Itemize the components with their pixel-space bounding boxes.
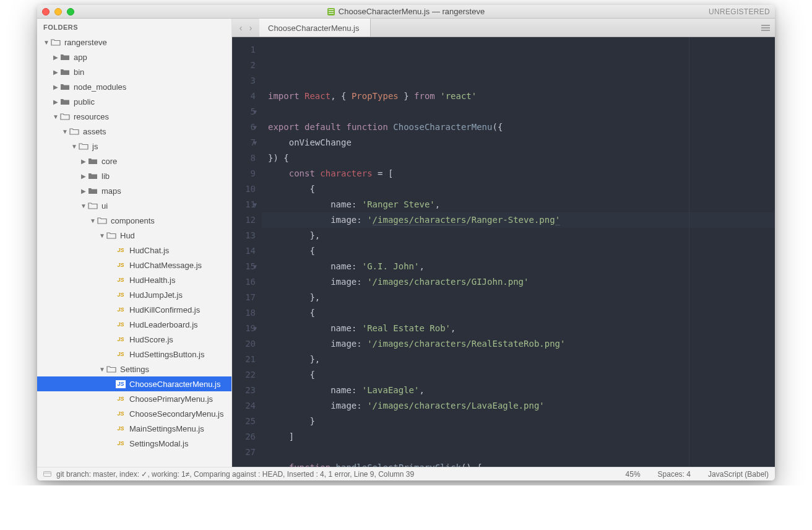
fold-arrow-icon[interactable]: ▼ (253, 135, 257, 150)
tab-back-button[interactable]: ‹ (237, 23, 244, 33)
fold-arrow-icon[interactable]: ▼ (253, 321, 257, 336)
fold-arrow-icon[interactable]: ▼ (253, 119, 257, 135)
line-number[interactable]: 2 (232, 58, 256, 73)
code-line[interactable]: name: 'G.I. John', (268, 259, 769, 274)
line-number[interactable]: 17 (232, 290, 256, 305)
folder-row[interactable]: ▶node_modules (37, 79, 231, 94)
line-number[interactable]: 24 (232, 398, 256, 414)
line-number[interactable]: 25 (232, 414, 256, 429)
disclosure-arrow-icon[interactable]: ▶ (79, 158, 88, 165)
code-line[interactable]: export default function ChooseCharacterM… (268, 119, 769, 135)
code-line[interactable]: }, (268, 290, 769, 305)
line-number[interactable]: 16 (232, 274, 256, 290)
line-number[interactable]: 19▼ (232, 321, 256, 336)
file-row[interactable]: JSHudSettingsButton.js (37, 347, 231, 362)
code-line[interactable]: }, (268, 228, 769, 243)
line-number[interactable]: 23 (232, 383, 256, 398)
disclosure-arrow-icon[interactable]: ▼ (42, 39, 51, 46)
line-number[interactable]: 13 (232, 228, 256, 243)
code-line[interactable]: name: 'Ranger Steve', (268, 197, 769, 212)
titlebar[interactable]: ChooseCharacterMenu.js — rangersteve UNR… (37, 5, 775, 19)
sidebar[interactable]: FOLDERS ▼rangersteve▶app▶bin▶node_module… (37, 19, 232, 467)
file-row[interactable]: JSHudHealth.js (37, 272, 231, 287)
code-line[interactable]: image: '/images/characters/Ranger-Steve.… (262, 212, 775, 228)
line-number[interactable]: 27 (232, 445, 256, 460)
file-row[interactable]: JSHudKillConfirmed.js (37, 302, 231, 317)
line-number[interactable]: 22 (232, 367, 256, 383)
file-row[interactable]: JSSettingsModal.js (37, 436, 231, 451)
disclosure-arrow-icon[interactable]: ▶ (51, 54, 60, 61)
code-line[interactable]: const characters = [ (268, 166, 769, 181)
line-number[interactable]: 20 (232, 336, 256, 352)
code-line[interactable]: { (268, 367, 769, 383)
line-number[interactable]: 10 (232, 181, 256, 197)
code-line[interactable]: image: '/images/characters/LavaEagle.png… (268, 398, 769, 414)
file-row[interactable]: JSHudChat.js (37, 243, 231, 258)
folder-row[interactable]: ▼Settings (37, 362, 231, 376)
folder-row[interactable]: ▶maps (37, 183, 231, 198)
folder-row[interactable]: ▼rangersteve (37, 35, 231, 50)
file-row[interactable]: JSHudScore.js (37, 332, 231, 347)
folder-row[interactable]: ▶core (37, 154, 231, 168)
line-number[interactable]: 11▼ (232, 197, 256, 212)
file-row[interactable]: JSChooseSecondaryMenu.js (37, 406, 231, 421)
file-row[interactable]: JSHudJumpJet.js (37, 287, 231, 302)
code-line[interactable]: name: 'LavaEagle', (268, 383, 769, 398)
line-number[interactable]: 1 (232, 42, 256, 58)
line-number[interactable]: 9 (232, 166, 256, 181)
line-number[interactable]: 3 (232, 73, 256, 89)
code-line[interactable]: name: 'Real Estate Rob', (268, 321, 769, 336)
status-spaces[interactable]: Spaces: 4 (658, 470, 691, 479)
status-percent[interactable]: 45% (626, 470, 641, 479)
line-number[interactable]: 18 (232, 305, 256, 321)
disclosure-arrow-icon[interactable]: ▶ (79, 188, 88, 194)
code-line[interactable] (268, 104, 769, 119)
line-number[interactable]: 6▼ (232, 119, 256, 135)
tab-active[interactable]: ChooseCharacterMenu.js (259, 19, 371, 37)
tab-forward-button[interactable]: › (247, 23, 254, 33)
disclosure-arrow-icon[interactable]: ▼ (51, 113, 60, 120)
zoom-window-button[interactable] (67, 8, 74, 15)
disclosure-arrow-icon[interactable]: ▼ (98, 232, 106, 239)
disclosure-arrow-icon[interactable]: ▶ (51, 84, 60, 90)
code-line[interactable]: ] (268, 429, 769, 445)
line-number[interactable]: 4 (232, 89, 256, 104)
close-window-button[interactable] (42, 8, 50, 15)
disclosure-arrow-icon[interactable]: ▶ (51, 69, 60, 76)
disclosure-arrow-icon[interactable]: ▼ (61, 128, 69, 135)
folder-row[interactable]: ▼ui (37, 198, 231, 213)
code-content[interactable]: import React, { PropTypes } from 'react'… (262, 37, 775, 467)
folder-row[interactable]: ▼components (37, 213, 231, 228)
folder-row[interactable]: ▼Hud (37, 228, 231, 243)
line-number[interactable]: 8 (232, 150, 256, 166)
folder-row[interactable]: ▼js (37, 139, 231, 154)
code-line[interactable]: image: '/images/characters/RealEstateRob… (268, 336, 769, 352)
line-number[interactable]: 12 (232, 212, 256, 228)
fold-arrow-icon[interactable]: ▼ (253, 259, 257, 274)
folder-row[interactable]: ▶app (37, 50, 231, 64)
code-line[interactable]: }, (268, 352, 769, 367)
line-number[interactable]: 21 (232, 352, 256, 367)
line-number[interactable]: 26 (232, 429, 256, 445)
code-line[interactable]: { (268, 181, 769, 197)
code-line[interactable]: function handleSelectPrimaryClick() { (268, 460, 769, 467)
file-row[interactable]: JSHudChatMessage.js (37, 258, 231, 272)
code-line[interactable]: import React, { PropTypes } from 'react' (268, 89, 769, 104)
folder-row[interactable]: ▼assets (37, 124, 231, 139)
file-row[interactable]: JSHudLeaderboard.js (37, 317, 231, 332)
disclosure-arrow-icon[interactable]: ▼ (70, 143, 79, 150)
file-row[interactable]: JSChoosePrimaryMenu.js (37, 391, 231, 406)
line-number[interactable]: 14 (232, 243, 256, 259)
fold-arrow-icon[interactable]: ▼ (253, 197, 257, 212)
code-line[interactable]: { (268, 305, 769, 321)
tabbar-menu-button[interactable] (756, 19, 775, 37)
code-line[interactable] (268, 445, 769, 460)
code-line[interactable]: onViewChange (268, 135, 769, 150)
code-line[interactable]: }) { (268, 150, 769, 166)
code-line[interactable]: image: '/images/characters/GIJohn.png' (268, 274, 769, 290)
minimize-window-button[interactable] (54, 8, 62, 15)
file-row[interactable]: JSMainSettingsMenu.js (37, 421, 231, 436)
code-line[interactable]: } (268, 414, 769, 429)
file-row[interactable]: JSChooseCharacterMenu.js (37, 376, 231, 391)
line-number[interactable]: 7▼ (232, 135, 256, 150)
